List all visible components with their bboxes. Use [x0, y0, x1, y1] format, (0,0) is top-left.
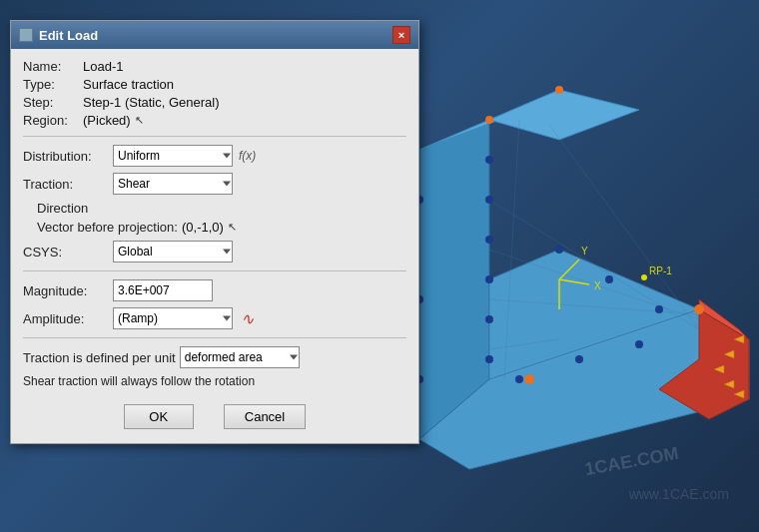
- step-row: Step: Step-1 (Static, General): [23, 95, 406, 110]
- traction-select-wrapper[interactable]: Shear: [113, 173, 233, 195]
- amplitude-label: Amplitude:: [23, 311, 113, 326]
- traction-label: Traction:: [23, 177, 113, 192]
- cancel-button[interactable]: Cancel: [224, 404, 306, 429]
- traction-defined-label: Traction is defined per unit: [23, 350, 176, 365]
- dialog-content: Name: Load-1 Type: Surface traction Step…: [11, 49, 418, 443]
- distribution-row: Distribution: Uniform f(x): [23, 145, 406, 167]
- region-row: Region: (Picked) ↖: [23, 113, 406, 128]
- svg-point-45: [641, 274, 647, 280]
- amplitude-select[interactable]: (Ramp): [113, 307, 233, 329]
- svg-point-20: [485, 196, 493, 204]
- button-row: OK Cancel: [23, 398, 406, 433]
- dialog-icon: [19, 28, 33, 42]
- distribution-label: Distribution:: [23, 149, 113, 164]
- fx-label: f(x): [239, 149, 256, 163]
- svg-point-38: [694, 304, 704, 314]
- svg-point-37: [524, 374, 534, 384]
- divider-2: [23, 270, 406, 271]
- name-value: Load-1: [83, 59, 123, 74]
- vector-cursor-icon: ↖: [228, 221, 237, 234]
- svg-point-23: [485, 315, 493, 323]
- vector-value: (0,-1,0): [182, 220, 224, 235]
- close-button[interactable]: ×: [392, 26, 410, 44]
- type-label: Type:: [23, 77, 83, 92]
- svg-point-29: [515, 375, 523, 383]
- region-cursor-icon: ↖: [135, 114, 144, 127]
- dialog-title-bar: Edit Load ×: [11, 21, 418, 49]
- watermark-2: www.1CAE.com: [629, 486, 729, 502]
- 3d-shape-visualization: Y X RP-1: [360, 0, 759, 489]
- svg-marker-4: [489, 90, 639, 140]
- svg-text:RP-1: RP-1: [649, 266, 672, 276]
- svg-point-25: [555, 246, 563, 254]
- csys-row: CSYS: Global: [23, 241, 406, 263]
- csys-label: CSYS:: [23, 245, 113, 260]
- svg-point-22: [485, 275, 493, 283]
- amplitude-row: Amplitude: (Ramp) ∿: [23, 307, 406, 329]
- magnitude-input[interactable]: [113, 279, 213, 301]
- traction-unit-select[interactable]: deformed area: [180, 346, 300, 368]
- svg-point-19: [485, 156, 493, 164]
- svg-point-26: [605, 275, 613, 283]
- svg-text:X: X: [594, 280, 601, 291]
- svg-point-30: [575, 355, 583, 363]
- region-label: Region:: [23, 113, 83, 128]
- title-bar-left: Edit Load: [19, 28, 98, 43]
- vector-row: Vector before projection: (0,-1,0) ↖: [23, 220, 406, 235]
- type-value: Surface traction: [83, 77, 174, 92]
- step-label: Step:: [23, 95, 83, 110]
- type-row: Type: Surface traction: [23, 77, 406, 92]
- ok-button[interactable]: OK: [124, 404, 194, 429]
- csys-select[interactable]: Global: [113, 241, 233, 263]
- vector-label: Vector before projection:: [37, 220, 182, 235]
- name-label: Name:: [23, 59, 83, 74]
- step-value: Step-1 (Static, General): [83, 95, 220, 110]
- shear-note: Shear traction will always follow the ro…: [23, 374, 406, 388]
- svg-text:Y: Y: [581, 246, 588, 257]
- divider-1: [23, 136, 406, 137]
- svg-point-31: [635, 340, 643, 348]
- dialog-title: Edit Load: [39, 28, 98, 43]
- distribution-select[interactable]: Uniform: [113, 145, 233, 167]
- name-row: Name: Load-1: [23, 59, 406, 74]
- edit-load-dialog: Edit Load × Name: Load-1 Type: Surface t…: [10, 20, 419, 444]
- svg-point-21: [485, 236, 493, 244]
- traction-select[interactable]: Shear: [113, 173, 233, 195]
- amplitude-symbol-icon: ∿: [241, 309, 254, 328]
- svg-point-27: [655, 305, 663, 313]
- direction-section-label: Direction: [23, 201, 406, 216]
- traction-row: Traction: Shear: [23, 173, 406, 195]
- magnitude-row: Magnitude:: [23, 279, 406, 301]
- magnitude-label: Magnitude:: [23, 283, 113, 298]
- svg-point-35: [485, 116, 493, 124]
- amplitude-select-wrapper[interactable]: (Ramp): [113, 307, 233, 329]
- distribution-select-wrapper[interactable]: Uniform: [113, 145, 233, 167]
- divider-3: [23, 337, 406, 338]
- traction-defined-row: Traction is defined per unit deformed ar…: [23, 346, 406, 368]
- svg-point-36: [555, 86, 563, 94]
- region-value: (Picked): [83, 113, 131, 128]
- svg-point-24: [485, 355, 493, 363]
- csys-select-wrapper[interactable]: Global: [113, 241, 233, 263]
- traction-unit-select-wrapper[interactable]: deformed area: [180, 346, 300, 368]
